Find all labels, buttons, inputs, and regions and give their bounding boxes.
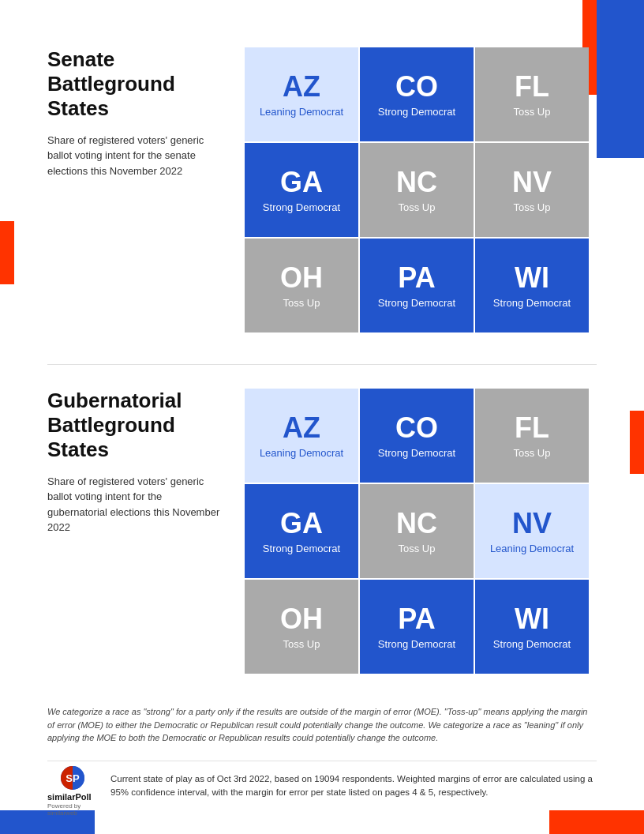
state-label-wi: Strong Democrat [493,638,571,650]
state-abbr-oh: OH [280,603,323,635]
state-abbr-az: AZ [283,412,320,444]
state-abbr-co: CO [395,71,438,103]
state-abbr-fl: FL [515,71,549,103]
state-tile-az-senate-grid: AZLeaning Democrat [245,47,358,141]
state-label-ga: Strong Democrat [263,543,340,554]
state-tile-nv-senate-grid: NVToss Up [475,143,589,237]
state-label-nc: Toss Up [399,543,436,554]
state-abbr-co: CO [395,412,438,444]
state-tile-fl-gubernatorial-grid: FLToss Up [475,389,589,483]
state-abbr-nc: NC [396,167,437,198]
state-abbr-nv: NV [512,167,552,198]
similarpoll-logo-icon: SP [57,765,88,791]
state-tile-pa-senate-grid: PAStrong Democrat [360,239,474,332]
state-label-oh: Toss Up [283,297,320,309]
state-tile-oh-senate-grid: OHToss Up [245,239,358,332]
state-tile-co-gubernatorial-grid: COStrong Democrat [360,389,474,483]
senate-section: Senate Battleground States Share of regi… [47,47,597,332]
state-tile-az-gubernatorial-grid: AZLeaning Democrat [245,389,358,483]
gubernatorial-description: Share of registered voters' generic ball… [47,474,221,535]
state-label-co: Strong Democrat [378,106,455,118]
state-label-az: Leaning Democrat [260,106,343,118]
state-label-az: Leaning Democrat [260,447,343,459]
state-tile-nc-senate-grid: NCToss Up [360,143,474,237]
state-label-fl: Toss Up [514,106,551,118]
state-label-wi: Strong Democrat [493,297,571,309]
state-label-pa: Strong Democrat [378,297,455,309]
gubernatorial-title: Gubernatorial Battleground States [47,389,221,463]
footer: SP similarPoll Powered by similarweb Cur… [47,761,597,810]
senate-title: Senate Battleground States [47,47,221,122]
senate-description: Share of registered voters' generic ball… [47,133,221,179]
state-label-nv: Leaning Democrat [490,543,574,554]
senate-section-left: Senate Battleground States Share of regi… [47,47,221,178]
state-abbr-ga: GA [280,167,323,198]
state-abbr-oh: OH [280,262,323,294]
footer-logo: SP similarPoll Powered by similarweb [47,772,98,810]
senate-grid: AZLeaning DemocratCOStrong DemocratFLTos… [245,47,589,332]
state-label-oh: Toss Up [283,638,320,650]
state-tile-fl-senate-grid: FLToss Up [475,47,589,141]
state-tile-co-senate-grid: COStrong Democrat [360,47,474,141]
state-abbr-az: AZ [283,71,320,103]
state-tile-wi-senate-grid: WIStrong Democrat [475,239,589,332]
section-divider [47,364,597,365]
brand-sub: Powered by similarweb [47,802,98,817]
state-label-nc: Toss Up [399,201,436,213]
state-label-ga: Strong Democrat [263,201,340,213]
state-tile-oh-gubernatorial-grid: OHToss Up [245,580,358,674]
state-tile-nv-gubernatorial-grid: NVLeaning Democrat [475,484,589,578]
gubernatorial-grid: AZLeaning DemocratCOStrong DemocratFLTos… [245,389,589,674]
state-abbr-fl: FL [515,412,549,444]
footnote: We categorize a race as "strong" for a p… [47,705,597,745]
state-abbr-pa: PA [398,262,435,294]
state-abbr-nv: NV [512,508,552,539]
state-label-pa: Strong Democrat [378,638,455,650]
gubernatorial-section-left: Gubernatorial Battleground States Share … [47,389,221,535]
gubernatorial-section: Gubernatorial Battleground States Share … [47,389,597,674]
state-tile-ga-senate-grid: GAStrong Democrat [245,143,358,237]
brand-name: similarPoll [47,792,98,802]
state-label-nv: Toss Up [514,201,551,213]
state-abbr-nc: NC [396,508,437,539]
state-abbr-ga: GA [280,508,323,539]
state-abbr-wi: WI [515,262,549,294]
svg-text:SP: SP [66,772,80,784]
state-tile-wi-gubernatorial-grid: WIStrong Democrat [475,580,589,674]
state-abbr-pa: PA [398,603,435,635]
state-tile-nc-gubernatorial-grid: NCToss Up [360,484,474,578]
state-label-fl: Toss Up [514,447,551,459]
state-label-co: Strong Democrat [378,447,455,459]
footer-text: Current state of play as of Oct 3rd 2022… [110,772,597,800]
state-tile-pa-gubernatorial-grid: PAStrong Democrat [360,580,474,674]
state-abbr-wi: WI [515,603,549,635]
state-tile-ga-gubernatorial-grid: GAStrong Democrat [245,484,358,578]
